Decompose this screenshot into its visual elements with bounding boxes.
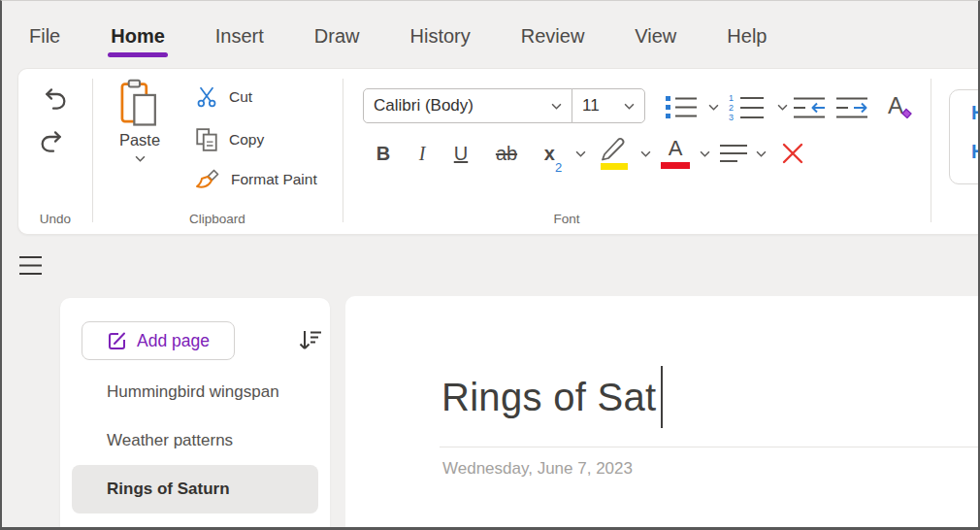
font-group-label: Font	[504, 212, 630, 226]
paste-label: Paste	[112, 131, 168, 149]
tab-review[interactable]: Review	[521, 25, 585, 57]
cut-label: Cut	[229, 88, 252, 106]
styles-gallery: H H	[949, 89, 980, 184]
italic-button[interactable]: I	[407, 137, 438, 170]
copy-icon	[195, 127, 218, 152]
align-left-icon	[718, 142, 749, 165]
undo-group-label: Undo	[18, 212, 92, 226]
copy-button[interactable]: Copy	[195, 127, 264, 152]
chevron-down-icon	[551, 103, 562, 110]
bullets-chevron-icon[interactable]	[708, 104, 719, 111]
page-list-item[interactable]: Weather patterns	[60, 416, 330, 465]
clear-formatting-button[interactable]: A	[876, 88, 915, 123]
numbering-chevron-icon[interactable]	[777, 104, 788, 111]
note-canvas[interactable]: Rings of Sat Wednesday, June 7, 2023	[345, 296, 978, 528]
decrease-indent-icon	[792, 95, 827, 120]
subscript-chevron-icon[interactable]	[575, 150, 586, 157]
page-date[interactable]: Wednesday, June 7, 2023	[442, 459, 633, 479]
group-separator	[92, 79, 93, 222]
bullets-icon	[664, 93, 699, 120]
tab-insert[interactable]: Insert	[215, 25, 264, 57]
svg-text:1: 1	[729, 93, 734, 103]
undo-button[interactable]	[36, 81, 71, 116]
chevron-down-icon	[624, 103, 635, 110]
sort-descending-icon	[297, 326, 324, 353]
tab-view[interactable]: View	[635, 25, 676, 57]
paste-button[interactable]: Paste	[112, 79, 168, 162]
font-color-chevron-icon[interactable]	[700, 150, 710, 157]
tab-help[interactable]: Help	[727, 25, 767, 57]
decrease-indent-button[interactable]	[790, 93, 829, 122]
bullets-button[interactable]	[662, 91, 701, 122]
bold-button[interactable]: B	[368, 137, 399, 170]
font-color-button[interactable]: A	[657, 133, 694, 174]
page-list-panel: Add page Hummingbird wingspan Weather pa…	[60, 298, 330, 528]
underline-letter: U	[454, 144, 468, 163]
paste-icon	[119, 79, 160, 129]
alignment-chevron-icon[interactable]	[756, 150, 767, 157]
style-heading2-button[interactable]: H	[971, 141, 980, 163]
font-size-select[interactable]: 11	[572, 88, 645, 123]
delete-x-icon	[780, 141, 805, 166]
highlight-chevron-icon[interactable]	[640, 150, 651, 157]
style-heading1-button[interactable]: H	[971, 102, 980, 124]
strikethrough-button[interactable]: ab	[486, 137, 527, 170]
strikethrough-letters: ab	[496, 144, 517, 163]
tab-history[interactable]: History	[410, 25, 471, 57]
redo-button[interactable]	[36, 123, 71, 158]
hamburger-icon	[18, 254, 43, 278]
sort-pages-button[interactable]	[296, 325, 325, 354]
ribbon: Undo Paste Cut Copy	[17, 68, 978, 235]
font-color-swatch	[661, 162, 690, 169]
cut-button[interactable]: Cut	[195, 85, 252, 109]
subscript-digit: 2	[555, 160, 562, 175]
add-page-label: Add page	[137, 331, 210, 351]
eraser-icon	[898, 108, 912, 118]
undo-icon	[38, 83, 69, 114]
format-paint-label: Format Paint	[231, 171, 317, 188]
font-size-value: 11	[582, 96, 600, 116]
increase-indent-button[interactable]	[833, 93, 871, 122]
redo-icon	[38, 125, 69, 156]
format-paint-button[interactable]: Format Paint	[195, 168, 317, 191]
svg-text:2: 2	[729, 103, 734, 113]
font-name-value: Calibri (Body)	[374, 96, 474, 116]
highlighter-icon	[595, 135, 634, 172]
add-page-button[interactable]: Add page	[82, 321, 235, 360]
page-list-item[interactable]: Hummingbird wingspan	[60, 368, 330, 416]
paragraph-alignment-button[interactable]	[715, 139, 752, 168]
font-name-select[interactable]: Calibri (Body)	[363, 88, 572, 123]
format-paint-icon	[195, 168, 220, 191]
navigation-menu-button[interactable]	[18, 253, 44, 279]
compose-icon	[107, 331, 127, 351]
tab-home[interactable]: Home	[111, 25, 165, 57]
tab-draw[interactable]: Draw	[314, 25, 360, 57]
font-color-letter: A	[669, 138, 683, 159]
subscript-letter: x	[544, 144, 555, 163]
underline-button[interactable]: U	[445, 137, 476, 170]
ribbon-tab-bar: File Home Insert Draw History Review Vie…	[29, 25, 767, 57]
subscript-button[interactable]: x 2	[536, 137, 571, 170]
numbering-icon: 1 2 3	[727, 92, 766, 121]
increase-indent-icon	[834, 95, 869, 120]
group-separator	[931, 79, 931, 222]
clipboard-group-label: Clipboard	[92, 212, 343, 226]
group-separator	[343, 79, 343, 222]
paste-chevron-icon[interactable]	[135, 155, 146, 162]
title-divider	[440, 447, 978, 447]
text-cursor	[661, 366, 663, 428]
copy-label: Copy	[229, 131, 264, 149]
cut-icon	[195, 85, 218, 109]
bold-letter: B	[376, 144, 390, 163]
delete-button[interactable]	[775, 138, 810, 169]
highlight-color-button[interactable]	[593, 133, 636, 174]
page-title: Rings of Sat	[441, 376, 657, 419]
svg-text:3: 3	[729, 113, 734, 121]
italic-letter: I	[419, 144, 426, 163]
page-title-editor[interactable]: Rings of Sat	[441, 360, 663, 434]
numbering-button[interactable]: 1 2 3	[725, 91, 768, 122]
page-list: Hummingbird wingspan Weather patterns Ri…	[60, 368, 330, 513]
tab-file[interactable]: File	[29, 25, 60, 57]
page-list-item-selected[interactable]: Rings of Saturn	[72, 465, 318, 513]
